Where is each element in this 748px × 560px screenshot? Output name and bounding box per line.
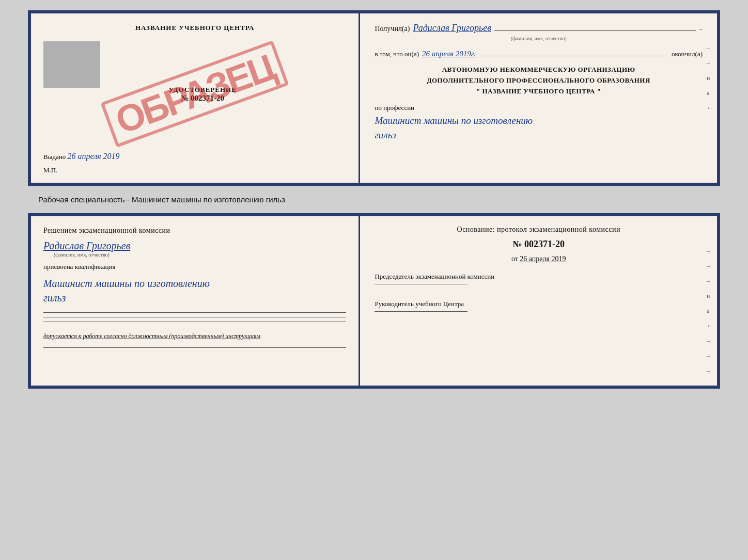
right-dashes-bottom: – – – и а ← – – – (707, 247, 713, 375)
dash-r1: – (707, 44, 713, 52)
dopuskaetsya-block: допускается к работе согласно должностны… (43, 332, 346, 340)
bottom-doc-right: Основание: протокол экзаменационной коми… (360, 216, 717, 386)
dopuskaetsya-label: допускается к работе согласно должностны… (43, 332, 260, 340)
specialty-label: Рабочая специальность - Машинист машины … (38, 195, 285, 204)
vtom-block: в том, что он(а) 26 апреля 2019г. окончи… (375, 50, 703, 58)
b-dash-r2: – (707, 262, 713, 270)
org-line2: ДОПОЛНИТЕЛЬНОГО ПРОФЕССИОНАЛЬНОГО ОБРАЗО… (375, 75, 703, 86)
h-line3 (43, 322, 346, 322)
poluchil-block: Получил(а) Радислав Григорьев – (375, 23, 703, 34)
predsedatel-block: Председатель экзаменационной комиссии (375, 273, 703, 284)
stamp-area: УДОСТОВЕРЕНИЕ № 002371-20 ОБРАЗЕЦ (43, 36, 346, 152)
vydano-date: 26 апреля 2019 (68, 152, 120, 161)
b-dash-r9: – (707, 367, 713, 375)
qual-line2: гильз (43, 291, 346, 305)
signatures-block: Председатель экзаменационной комиссии Ру… (375, 273, 703, 312)
dash-r3: и (707, 74, 713, 82)
top-doc-right: Получил(а) Радислав Григорьев – (фамилия… (360, 13, 717, 183)
cert-label: УДОСТОВЕРЕНИЕ (169, 86, 237, 94)
ot-label: от (511, 255, 518, 263)
org-line3: " НАЗВАНИЕ УЧЕБНОГО ЦЕНТРА " (375, 86, 703, 97)
profession-block: по профессии Машинист машины по изготовл… (375, 103, 703, 174)
vtom-date: 26 апреля 2019г. (422, 50, 476, 58)
dash-r4: а (707, 89, 713, 97)
vydano-line: Выдано 26 апреля 2019 (43, 152, 346, 161)
org-block: АВТОНОМНУЮ НЕКОММЕРЧЕСКУЮ ОРГАНИЗАЦИЮ ДО… (375, 65, 703, 97)
certificate-block: УДОСТОВЕРЕНИЕ № 002371-20 (169, 86, 237, 103)
cert-number: № 002371-20 (169, 94, 237, 103)
top-doc-left: НАЗВАНИЕ УЧЕБНОГО ЦЕНТРА УДОСТОВЕРЕНИЕ №… (31, 13, 360, 183)
b-dash-r8: – (707, 352, 713, 360)
prisvoena-label: присвоена квалификация (43, 263, 346, 271)
top-title: НАЗВАНИЕ УЧЕБНОГО ЦЕНТРА (43, 24, 346, 32)
qualification-block: Машинист машины по изготовлению гильз (43, 276, 346, 305)
b-dash-r5: а (707, 307, 713, 315)
qual-line1: Машинист машины по изготовлению (43, 276, 346, 291)
predsedatel-line (375, 284, 467, 284)
h-line-bottom (43, 347, 346, 348)
dash-line1 (494, 30, 696, 31)
bottom-name-block: Радислав Григорьев (фамилия, имя, отчест… (43, 240, 346, 258)
rukovoditel-label: Руководитель учебного Центра (375, 300, 703, 308)
poluchil-dash: – (699, 25, 703, 33)
dash-r2: – (707, 59, 713, 67)
h-line2 (43, 317, 346, 317)
protocol-number: № 002371-20 (375, 239, 703, 250)
predsedatel-label: Председатель экзаменационной комиссии (375, 273, 703, 281)
bottom-name-sublabel: (фамилия, имя, отчество) (54, 252, 346, 258)
right-dashes-top: – – и а ← (707, 44, 713, 112)
profession-line2: гильз (375, 129, 703, 142)
rukovoditel-block: Руководитель учебного Центра (375, 300, 703, 312)
b-dash-r4: и (707, 292, 713, 300)
dash-line2 (479, 56, 668, 56)
dash-r5: ← (707, 104, 713, 112)
poluchil-label: Получил(а) (375, 25, 410, 33)
mp-label: М.П. (43, 166, 346, 174)
osnovanie-label: Основание: протокол экзаменационной коми… (375, 226, 703, 234)
name-sublabel-top: (фамилия, имя, отчество) (375, 36, 703, 41)
top-document: НАЗВАНИЕ УЧЕБНОГО ЦЕНТРА УДОСТОВЕРЕНИЕ №… (28, 10, 720, 186)
protocol-date: от 26 апреля 2019 (375, 255, 703, 263)
b-dash-r3: – (707, 277, 713, 285)
b-dash-r7: – (707, 337, 713, 345)
grey-box-seal (43, 41, 100, 88)
b-dash-r6: ← (707, 322, 713, 330)
b-dash-r1: – (707, 247, 713, 255)
blank-lines-left (43, 312, 346, 322)
protocol-date-value: 26 апреля 2019 (520, 255, 566, 263)
profession-line1: Машинист машины по изготовлению (375, 114, 703, 128)
bottom-doc-left: Решением экзаменационной комиссии Радисл… (31, 216, 360, 386)
bottom-document: Решением экзаменационной комиссии Радисл… (28, 213, 720, 389)
okonchil-label: окончил(а) (672, 50, 703, 58)
vydano-label: Выдано (43, 153, 66, 161)
po-professii-label: по профессии (375, 103, 703, 113)
rukovoditel-line (375, 311, 467, 312)
bottom-name: Радислав Григорьев (43, 240, 346, 252)
recipient-name: Радислав Григорьев (413, 23, 491, 34)
h-line1 (43, 312, 346, 313)
org-line1: АВТОНОМНУЮ НЕКОММЕРЧЕСКУЮ ОРГАНИЗАЦИЮ (375, 65, 703, 75)
vydano-block: Выдано 26 апреля 2019 М.П. (43, 152, 346, 174)
resheniem-label: Решением экзаменационной комиссии (43, 227, 346, 235)
vtom-label: в том, что он(а) (375, 50, 419, 58)
